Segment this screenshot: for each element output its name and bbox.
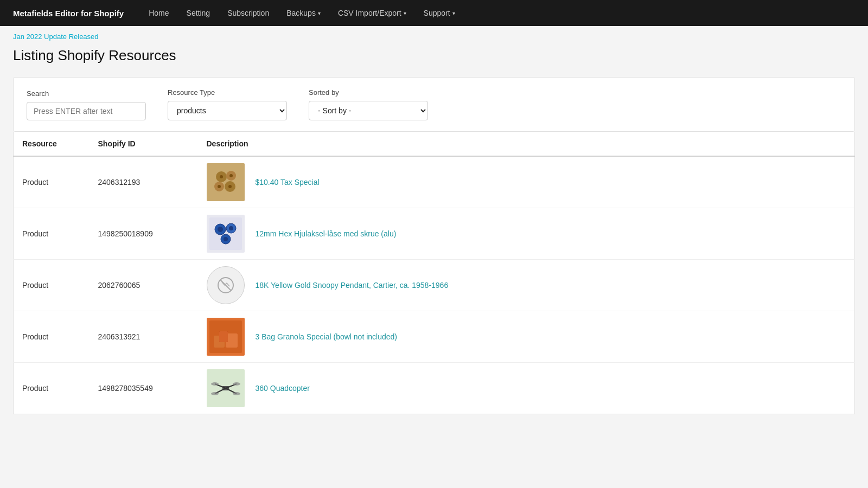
nav-link-backups[interactable]: Backups ▾ — [279, 5, 328, 21]
svg-point-11 — [218, 227, 223, 232]
resource-table: Resource Shopify ID Description Product2… — [13, 132, 855, 414]
nav-link-support[interactable]: Support ▾ — [416, 5, 463, 21]
cell-shopify-id: 1498278035549 — [90, 363, 198, 414]
search-input[interactable] — [27, 102, 146, 120]
product-image — [207, 369, 245, 407]
chevron-down-icon: ▾ — [452, 10, 455, 16]
cell-resource: Product — [14, 363, 90, 414]
cell-description: 3 Bag Granola Special (bowl not included… — [198, 311, 855, 363]
cell-shopify-id: 2062760065 — [90, 260, 198, 311]
column-resource: Resource — [14, 132, 90, 156]
svg-point-34 — [233, 392, 240, 395]
cell-description: $10.40 Tax Special — [198, 156, 855, 208]
cell-description: 12mm Hex Hjulaksel-låse med skrue (alu) — [198, 208, 855, 260]
chevron-down-icon: ▾ — [404, 10, 406, 16]
table-header: Resource Shopify ID Description — [14, 132, 855, 156]
product-link[interactable]: 3 Bag Granola Special (bowl not included… — [256, 332, 398, 341]
nav-link-subscription[interactable]: Subscription — [220, 5, 277, 21]
svg-point-5 — [220, 175, 223, 178]
cell-resource: Product — [14, 260, 90, 311]
nav-link-home[interactable]: Home — [141, 5, 176, 21]
chevron-down-icon: ▾ — [318, 10, 321, 16]
nav-brand: Metafields Editor for Shopify — [13, 9, 124, 18]
svg-rect-24 — [219, 331, 228, 342]
product-image — [207, 318, 245, 356]
cell-description: 360 Quadcopter — [198, 363, 855, 414]
cell-resource: Product — [14, 156, 90, 208]
svg-point-15 — [224, 237, 228, 241]
nav-links: HomeSettingSubscriptionBackups ▾CSV Impo… — [141, 5, 855, 21]
sorted-by-select[interactable]: - Sort by -Title A-ZTitle Z-AID Ascendin… — [309, 101, 428, 120]
product-link[interactable]: 12mm Hex Hjulaksel-låse med skrue (alu) — [256, 229, 397, 238]
update-banner[interactable]: Jan 2022 Update Released — [13, 33, 855, 41]
resource-type-label: Resource Type — [168, 88, 287, 97]
sorted-by-label: Sorted by — [309, 88, 428, 97]
svg-point-8 — [228, 185, 232, 188]
table-row: Product206276006518K Yellow Gold Snoopy … — [14, 260, 855, 311]
nav-link-csv-import/export[interactable]: CSV Import/Export ▾ — [330, 5, 414, 21]
search-group: Search — [27, 89, 146, 120]
svg-point-32 — [233, 382, 240, 386]
product-link[interactable]: $10.40 Tax Special — [256, 178, 320, 187]
search-label: Search — [27, 89, 146, 98]
svg-rect-9 — [209, 217, 242, 250]
table-row: Product1498278035549360 Quadcopter — [14, 363, 855, 414]
table-row: Product149825001890912mm Hex Hjulaksel-l… — [14, 208, 855, 260]
cell-shopify-id: 1498250018909 — [90, 208, 198, 260]
product-image — [207, 266, 245, 304]
svg-point-7 — [218, 185, 221, 188]
column-shopify-id: Shopify ID — [90, 132, 198, 156]
navbar: Metafields Editor for Shopify HomeSettin… — [0, 0, 868, 26]
resource-type-group: Resource Type productscollectionscustome… — [168, 88, 287, 120]
page-title: Listing Shopify Resources — [13, 47, 855, 64]
table-header-row: Resource Shopify ID Description — [14, 132, 855, 156]
column-description: Description — [198, 132, 855, 156]
cell-resource: Product — [14, 311, 90, 363]
cell-resource: Product — [14, 208, 90, 260]
nav-link-setting[interactable]: Setting — [179, 5, 218, 21]
svg-line-17 — [220, 280, 231, 291]
product-link[interactable]: 360 Quadcopter — [256, 384, 310, 393]
svg-rect-0 — [209, 166, 242, 198]
product-link[interactable]: 18K Yellow Gold Snoopy Pendant, Cartier,… — [256, 281, 449, 290]
cell-shopify-id: 2406313921 — [90, 311, 198, 363]
svg-point-33 — [211, 392, 219, 395]
product-image — [207, 215, 245, 253]
filter-bar: Search Resource Type productscollections… — [13, 77, 855, 132]
sorted-by-group: Sorted by - Sort by -Title A-ZTitle Z-AI… — [309, 88, 428, 120]
table-body: Product2406312193$10.40 Tax SpecialProdu… — [14, 156, 855, 414]
svg-point-31 — [211, 382, 219, 386]
product-image — [207, 163, 245, 201]
main-content: Jan 2022 Update Released Listing Shopify… — [0, 26, 868, 488]
cell-shopify-id: 2406312193 — [90, 156, 198, 208]
cell-description: 18K Yellow Gold Snoopy Pendant, Cartier,… — [198, 260, 855, 311]
table-row: Product24063139213 Bag Granola Special (… — [14, 311, 855, 363]
svg-point-13 — [229, 226, 233, 230]
svg-point-6 — [229, 174, 233, 177]
resource-type-select[interactable]: productscollectionscustomersordersblogsp… — [168, 101, 287, 120]
table-row: Product2406312193$10.40 Tax Special — [14, 156, 855, 208]
